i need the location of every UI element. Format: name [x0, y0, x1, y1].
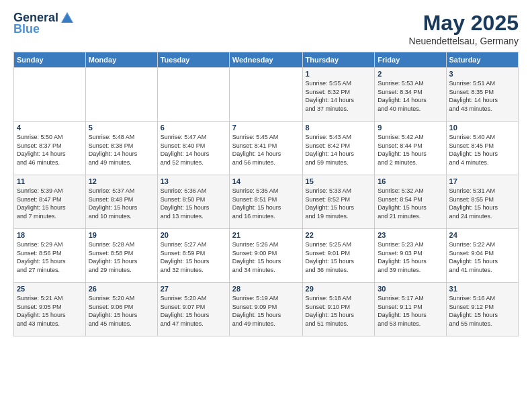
day-info: Sunrise: 5:23 AM Sunset: 9:03 PM Dayligh…	[378, 240, 443, 274]
day-info: Sunrise: 5:42 AM Sunset: 8:44 PM Dayligh…	[378, 133, 443, 167]
calendar-body: 1Sunrise: 5:55 AM Sunset: 8:32 PM Daylig…	[14, 68, 519, 336]
day-info: Sunrise: 5:48 AM Sunset: 8:38 PM Dayligh…	[89, 133, 154, 167]
day-cell-3-5: 23Sunrise: 5:23 AM Sunset: 9:03 PM Dayli…	[375, 229, 446, 283]
day-info: Sunrise: 5:33 AM Sunset: 8:52 PM Dayligh…	[306, 187, 372, 220]
col-friday: Friday	[375, 52, 446, 68]
col-sunday: Sunday	[14, 52, 86, 68]
day-cell-1-3: 7Sunrise: 5:45 AM Sunset: 8:41 PM Daylig…	[229, 122, 302, 175]
week-row-2: 11Sunrise: 5:39 AM Sunset: 8:47 PM Dayli…	[14, 175, 519, 229]
day-info: Sunrise: 5:29 AM Sunset: 8:56 PM Dayligh…	[17, 240, 83, 274]
day-info: Sunrise: 5:17 AM Sunset: 9:11 PM Dayligh…	[378, 294, 443, 328]
week-row-4: 25Sunrise: 5:21 AM Sunset: 9:05 PM Dayli…	[14, 283, 519, 336]
day-info: Sunrise: 5:51 AM Sunset: 8:35 PM Dayligh…	[449, 79, 515, 113]
day-info: Sunrise: 5:36 AM Sunset: 8:50 PM Dayligh…	[161, 187, 226, 220]
col-tuesday: Tuesday	[157, 52, 229, 68]
day-number: 15	[306, 177, 372, 185]
day-info: Sunrise: 5:27 AM Sunset: 8:59 PM Dayligh…	[161, 240, 226, 274]
main-title: May 2025	[409, 11, 519, 36]
calendar: Sunday Monday Tuesday Wednesday Thursday…	[13, 52, 519, 336]
day-cell-3-0: 18Sunrise: 5:29 AM Sunset: 8:56 PM Dayli…	[14, 229, 86, 283]
day-info: Sunrise: 5:31 AM Sunset: 8:55 PM Dayligh…	[449, 187, 515, 220]
day-cell-2-5: 16Sunrise: 5:32 AM Sunset: 8:54 PM Dayli…	[375, 175, 446, 229]
calendar-header: Sunday Monday Tuesday Wednesday Thursday…	[14, 52, 519, 68]
day-cell-0-6: 3Sunrise: 5:51 AM Sunset: 8:35 PM Daylig…	[446, 68, 518, 122]
day-number: 2	[378, 70, 443, 78]
logo: General Blue	[13, 11, 75, 36]
day-number: 29	[306, 285, 372, 293]
day-cell-0-4: 1Sunrise: 5:55 AM Sunset: 8:32 PM Daylig…	[302, 68, 375, 122]
day-number: 8	[306, 124, 372, 132]
day-info: Sunrise: 5:22 AM Sunset: 9:04 PM Dayligh…	[449, 240, 515, 274]
page: General Blue May 2025 Neuendettelsau, Ge…	[0, 0, 532, 411]
day-number: 19	[89, 231, 154, 239]
logo-blue: Blue	[13, 23, 40, 36]
day-info: Sunrise: 5:35 AM Sunset: 8:51 PM Dayligh…	[232, 187, 300, 220]
day-cell-3-4: 22Sunrise: 5:25 AM Sunset: 9:01 PM Dayli…	[302, 229, 375, 283]
day-number: 9	[378, 124, 443, 132]
day-info: Sunrise: 5:43 AM Sunset: 8:42 PM Dayligh…	[306, 133, 372, 167]
day-cell-2-0: 11Sunrise: 5:39 AM Sunset: 8:47 PM Dayli…	[14, 175, 86, 229]
day-info: Sunrise: 5:50 AM Sunset: 8:37 PM Dayligh…	[17, 133, 83, 167]
day-cell-3-2: 20Sunrise: 5:27 AM Sunset: 8:59 PM Dayli…	[157, 229, 229, 283]
day-number: 16	[378, 177, 443, 185]
day-info: Sunrise: 5:20 AM Sunset: 9:07 PM Dayligh…	[161, 294, 226, 328]
day-cell-0-3	[229, 68, 302, 122]
day-cell-1-0: 4Sunrise: 5:50 AM Sunset: 8:37 PM Daylig…	[14, 122, 86, 175]
day-cell-1-1: 5Sunrise: 5:48 AM Sunset: 8:38 PM Daylig…	[85, 122, 157, 175]
day-info: Sunrise: 5:39 AM Sunset: 8:47 PM Dayligh…	[17, 187, 83, 220]
day-number: 31	[449, 285, 515, 293]
day-cell-2-3: 14Sunrise: 5:35 AM Sunset: 8:51 PM Dayli…	[229, 175, 302, 229]
day-number: 23	[378, 231, 443, 239]
day-number: 14	[232, 177, 300, 185]
day-cell-0-1	[85, 68, 157, 122]
subtitle: Neuendettelsau, Germany	[409, 36, 519, 46]
day-info: Sunrise: 5:45 AM Sunset: 8:41 PM Dayligh…	[232, 133, 300, 167]
day-cell-3-3: 21Sunrise: 5:26 AM Sunset: 9:00 PM Dayli…	[229, 229, 302, 283]
day-info: Sunrise: 5:40 AM Sunset: 8:45 PM Dayligh…	[449, 133, 515, 167]
day-cell-1-6: 10Sunrise: 5:40 AM Sunset: 8:45 PM Dayli…	[446, 122, 518, 175]
day-number: 24	[449, 231, 515, 239]
day-cell-4-0: 25Sunrise: 5:21 AM Sunset: 9:05 PM Dayli…	[14, 283, 86, 336]
day-info: Sunrise: 5:47 AM Sunset: 8:40 PM Dayligh…	[161, 133, 226, 167]
day-info: Sunrise: 5:32 AM Sunset: 8:54 PM Dayligh…	[378, 187, 443, 220]
day-number: 1	[306, 70, 372, 78]
day-cell-3-6: 24Sunrise: 5:22 AM Sunset: 9:04 PM Dayli…	[446, 229, 518, 283]
day-cell-2-1: 12Sunrise: 5:37 AM Sunset: 8:48 PM Dayli…	[85, 175, 157, 229]
day-number: 11	[17, 177, 83, 185]
day-cell-0-2	[157, 68, 229, 122]
day-number: 3	[449, 70, 515, 78]
day-cell-4-6: 31Sunrise: 5:16 AM Sunset: 9:12 PM Dayli…	[446, 283, 518, 336]
day-cell-3-1: 19Sunrise: 5:28 AM Sunset: 8:58 PM Dayli…	[85, 229, 157, 283]
day-info: Sunrise: 5:55 AM Sunset: 8:32 PM Dayligh…	[306, 79, 372, 113]
col-saturday: Saturday	[446, 52, 518, 68]
day-number: 26	[89, 285, 154, 293]
day-cell-4-2: 27Sunrise: 5:20 AM Sunset: 9:07 PM Dayli…	[157, 283, 229, 336]
header: General Blue May 2025 Neuendettelsau, Ge…	[13, 11, 519, 46]
day-info: Sunrise: 5:18 AM Sunset: 9:10 PM Dayligh…	[306, 294, 372, 328]
day-number: 28	[232, 285, 300, 293]
day-info: Sunrise: 5:26 AM Sunset: 9:00 PM Dayligh…	[232, 240, 300, 274]
day-cell-0-0	[14, 68, 86, 122]
day-info: Sunrise: 5:16 AM Sunset: 9:12 PM Dayligh…	[449, 294, 515, 328]
day-cell-4-4: 29Sunrise: 5:18 AM Sunset: 9:10 PM Dayli…	[302, 283, 375, 336]
day-cell-4-1: 26Sunrise: 5:20 AM Sunset: 9:06 PM Dayli…	[85, 283, 157, 336]
day-number: 10	[449, 124, 515, 132]
col-monday: Monday	[85, 52, 157, 68]
week-row-0: 1Sunrise: 5:55 AM Sunset: 8:32 PM Daylig…	[14, 68, 519, 122]
week-row-1: 4Sunrise: 5:50 AM Sunset: 8:37 PM Daylig…	[14, 122, 519, 175]
day-number: 7	[232, 124, 300, 132]
logo-icon	[60, 11, 75, 26]
day-cell-1-5: 9Sunrise: 5:42 AM Sunset: 8:44 PM Daylig…	[375, 122, 446, 175]
header-row: Sunday Monday Tuesday Wednesday Thursday…	[14, 52, 519, 68]
day-number: 13	[161, 177, 226, 185]
day-cell-2-6: 17Sunrise: 5:31 AM Sunset: 8:55 PM Dayli…	[446, 175, 518, 229]
day-cell-1-2: 6Sunrise: 5:47 AM Sunset: 8:40 PM Daylig…	[157, 122, 229, 175]
week-row-3: 18Sunrise: 5:29 AM Sunset: 8:56 PM Dayli…	[14, 229, 519, 283]
day-info: Sunrise: 5:19 AM Sunset: 9:09 PM Dayligh…	[232, 294, 300, 328]
day-cell-2-4: 15Sunrise: 5:33 AM Sunset: 8:52 PM Dayli…	[302, 175, 375, 229]
day-number: 22	[306, 231, 372, 239]
day-number: 5	[89, 124, 154, 132]
day-info: Sunrise: 5:20 AM Sunset: 9:06 PM Dayligh…	[89, 294, 154, 328]
day-info: Sunrise: 5:37 AM Sunset: 8:48 PM Dayligh…	[89, 187, 154, 220]
day-number: 18	[17, 231, 83, 239]
